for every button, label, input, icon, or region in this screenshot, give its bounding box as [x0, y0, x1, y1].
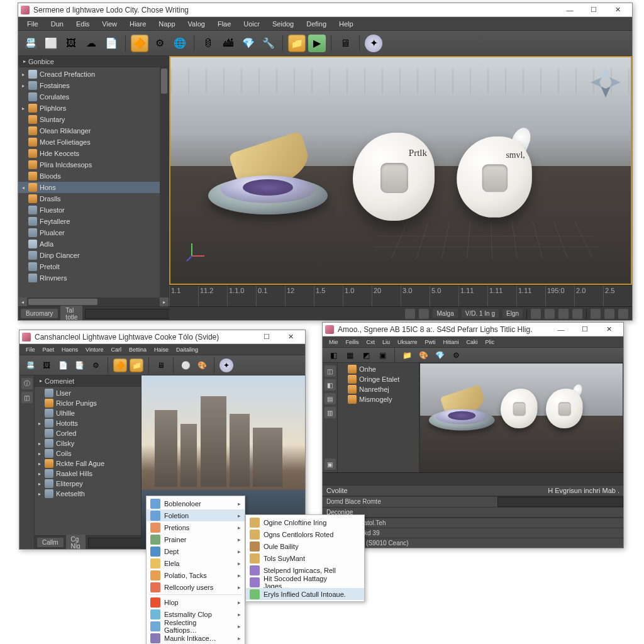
tool-icon[interactable]: 📄	[103, 35, 120, 52]
menu-item[interactable]: Vintore	[82, 345, 107, 354]
footer-button[interactable]: Buromary	[21, 309, 58, 318]
timeline[interactable]	[323, 472, 623, 485]
menu-item[interactable]: Mie	[325, 338, 342, 347]
tree-item[interactable]: ▸Keetselth	[35, 489, 141, 499]
menu-item[interactable]: Seidog	[266, 18, 300, 30]
tool-icon[interactable]: 💎	[433, 348, 447, 362]
tree-item[interactable]: Ulhllle	[35, 408, 141, 418]
status-icon[interactable]	[618, 309, 628, 319]
vtool-icon[interactable]: ◧	[325, 379, 336, 391]
close-button[interactable]: ✕	[279, 331, 303, 343]
timeline[interactable]: 1.111.21.1.00.1121.51.0203.05.01.111.111…	[169, 285, 632, 306]
footer-button[interactable]: Callm	[37, 538, 64, 547]
menu-item[interactable]: Edis	[70, 18, 96, 30]
menu-item[interactable]: Flae	[211, 18, 237, 30]
menu-item[interactable]: Pretions▸	[147, 521, 245, 533]
menu-item[interactable]: Ogns Centlolors Roted	[246, 528, 364, 540]
menu-item[interactable]: Napp	[152, 18, 181, 30]
tool-icon[interactable]: ▣	[375, 348, 389, 362]
tree-item[interactable]: Rlnvners	[18, 272, 160, 284]
panel-header[interactable]: Gonbice	[18, 56, 169, 67]
status-icon[interactable]	[591, 309, 601, 319]
menu-item[interactable]: Pwti	[421, 338, 440, 347]
context-menu[interactable]: Boblenoloer▸Foletion▸Pretions▸Prainer▸De…	[146, 496, 245, 644]
status-field[interactable]: Elgn	[502, 309, 523, 318]
menu-item[interactable]: Maunk Intkace…▸	[147, 632, 245, 644]
menu-item[interactable]: Hlop▸	[147, 596, 245, 608]
tool-icon[interactable]: 🔶	[113, 358, 127, 372]
footer-input[interactable]	[85, 309, 171, 319]
tree-item[interactable]: Onhe	[338, 364, 419, 374]
tool-icon[interactable]: ◧	[326, 348, 340, 362]
maximize-button[interactable]: ☐	[573, 323, 597, 336]
menu-item[interactable]: Feilis	[342, 338, 363, 347]
menu-item[interactable]: Boblenoloer▸	[147, 497, 245, 509]
tree-item[interactable]: Bloods	[18, 170, 160, 182]
tool-icon[interactable]: 📁	[400, 348, 414, 362]
tree-item[interactable]: Corulates	[18, 91, 160, 103]
3d-viewport[interactable]: Prtlk smvl,	[169, 56, 632, 285]
menu-item[interactable]: Ogine Cnloftine Iring	[246, 516, 364, 528]
tree-item[interactable]: ▸Raakel Hills	[35, 469, 141, 479]
tree-item[interactable]: Nanrethej	[338, 384, 419, 394]
tool-icon[interactable]: 🎨	[195, 358, 209, 372]
object-pod[interactable]: Prtlk	[353, 133, 435, 227]
menu-item[interactable]: Paet	[39, 345, 58, 354]
minimize-button[interactable]: —	[549, 323, 573, 336]
hscrollbar[interactable]: ◂▸	[18, 297, 169, 306]
tool-icon[interactable]: 💎	[240, 35, 257, 52]
object-pod[interactable]: smvl,	[457, 136, 532, 223]
3d-viewport[interactable]	[419, 363, 623, 472]
maximize-button[interactable]: ☐	[582, 4, 606, 16]
tree-item[interactable]: Dinp Ciancer	[18, 250, 160, 261]
menu-item[interactable]: Hit Socoded Hattagy Jages…	[246, 576, 364, 588]
tree-item[interactable]: Hde Keocets	[18, 148, 160, 159]
tool-icon[interactable]: 🛢	[199, 35, 217, 52]
tool-icon[interactable]: ▦	[343, 348, 357, 362]
tool-icon[interactable]: 📇	[22, 35, 40, 52]
menu-item[interactable]: Haens	[58, 345, 82, 354]
menu-item[interactable]: Valog	[182, 18, 211, 30]
menu-item[interactable]: Daitaling	[172, 345, 202, 354]
footer-button[interactable]: Tal totle	[60, 306, 82, 321]
tool-icon[interactable]: 📁	[130, 358, 143, 372]
maximize-button[interactable]: ☐	[255, 331, 279, 343]
menu-item[interactable]: Foletion▸	[147, 509, 245, 521]
tool-icon[interactable]: 🖥	[154, 358, 168, 372]
tool-icon[interactable]: 🔶	[131, 35, 148, 52]
tool-icon[interactable]: 📁	[288, 35, 306, 52]
tree-item[interactable]: ▸Fostaines	[18, 80, 160, 91]
menu-item[interactable]: Carl	[107, 345, 125, 354]
tool-icon[interactable]: 🏙	[219, 35, 237, 52]
object-disc[interactable]	[208, 145, 328, 214]
status-icon[interactable]	[604, 309, 614, 319]
tree-item[interactable]: ▸Pliphlors	[18, 103, 160, 114]
menu-item[interactable]: Polatio, Tacks▸	[147, 569, 245, 581]
tree-item[interactable]: ▸Creacd Prefaction	[18, 69, 160, 80]
mini-tree[interactable]: OnheOringe EtaletNanrethejMismogely	[338, 363, 419, 406]
tool-icon[interactable]: 📄	[56, 358, 70, 372]
tool-icon[interactable]: 🎨	[416, 348, 430, 362]
tool-icon[interactable]: 📇	[23, 358, 37, 372]
menu-item[interactable]: Defing	[300, 18, 333, 30]
tool-icon[interactable]: ⚪	[179, 358, 192, 372]
tool-icon[interactable]: 🖥	[336, 35, 354, 52]
close-button[interactable]: ✕	[606, 4, 630, 16]
status-icon[interactable]	[419, 309, 429, 319]
tool-icon[interactable]: ⚙	[151, 35, 169, 52]
tool-icon[interactable]: ▶	[308, 35, 326, 52]
menu-item[interactable]: Caki	[463, 338, 482, 347]
menu-item[interactable]: Oule Baility	[246, 540, 364, 552]
menu-item[interactable]: Bettina	[125, 345, 150, 354]
menu-item[interactable]: Cxt	[363, 338, 379, 347]
tree-item[interactable]: Riclor Punigs	[35, 398, 141, 408]
status-field[interactable]: Malga	[433, 309, 457, 318]
menu-item[interactable]: Reslecting Gaftiops…▸	[147, 620, 245, 632]
menu-item[interactable]: Dept▸	[147, 545, 245, 557]
tool-icon[interactable]: ⬜	[42, 35, 60, 52]
tool-icon[interactable]: ☁	[82, 35, 100, 52]
context-submenu[interactable]: Ogine Cnloftine IringOgns Centlolors Rot…	[245, 514, 365, 602]
tree-item[interactable]: Mismogely	[338, 394, 419, 404]
footer-button[interactable]: Cg Nlg	[66, 535, 86, 550]
tree-item[interactable]: ▸Coils	[35, 448, 141, 458]
